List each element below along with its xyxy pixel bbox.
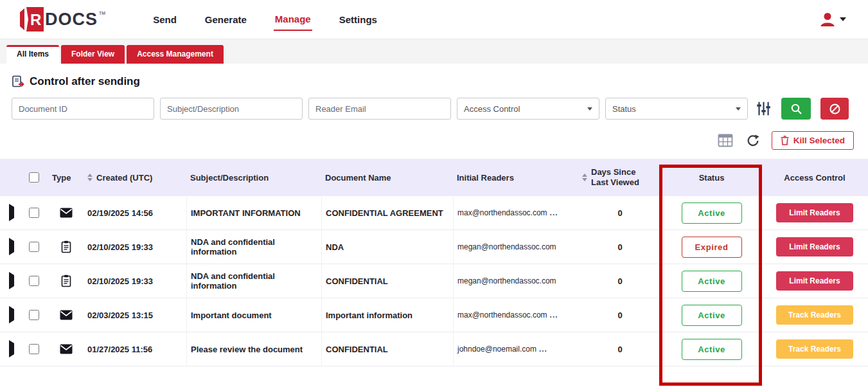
days-cell: 0 (578, 308, 662, 323)
top-bar: R DOCS TM Send Generate Manage Settings (0, 0, 868, 39)
subject-cell: Please review the document (186, 332, 321, 366)
export-grid-button[interactable] (716, 132, 734, 148)
select-all-checkbox[interactable] (29, 172, 39, 183)
days-cell: 0 (578, 206, 662, 221)
col-document: Document Name (321, 170, 453, 185)
created-cell: 02/10/2025 19:33 (84, 240, 186, 255)
search-button[interactable] (781, 98, 811, 120)
logo-text: DOCS (45, 7, 98, 32)
subject-cell: Important document (186, 298, 321, 332)
expand-row-icon[interactable] (9, 340, 14, 357)
view-tabs: All Items Folder View Access Management (0, 39, 868, 64)
subject-cell: IMPORTANT INFORMATION (186, 196, 321, 230)
expand-row-icon[interactable] (9, 272, 14, 289)
type-cell (48, 272, 84, 290)
type-cell (48, 307, 84, 323)
readers-cell: max@northendassoc.com ... (453, 196, 578, 230)
access-control-button[interactable]: Limit Readers (776, 237, 853, 256)
clear-filters-button[interactable] (820, 98, 849, 120)
main-nav: Send Generate Manage Settings (152, 8, 378, 31)
cancel-icon (829, 103, 841, 115)
status-select-value: Status (612, 104, 636, 114)
access-control-button[interactable]: Track Readers (776, 339, 853, 359)
table-row: 02/10/2025 19:33 NDA and confidential in… (0, 230, 868, 264)
page-title: Control after sending (30, 75, 140, 88)
table-actions: Kill Selected (0, 131, 854, 150)
status-button[interactable]: Active (682, 203, 742, 224)
status-button[interactable]: Expired (682, 237, 742, 258)
sort-icon[interactable] (87, 174, 93, 181)
created-cell: 02/10/2025 19:33 (84, 274, 186, 289)
email-icon (60, 208, 73, 218)
document-name-cell: CONFIDENTIAL (321, 332, 453, 366)
nav-manage[interactable]: Manage (274, 8, 312, 31)
more-readers-link[interactable]: ... (539, 345, 547, 354)
access-control-button[interactable]: Track Readers (776, 305, 853, 325)
more-readers-link[interactable]: ... (550, 310, 558, 320)
refresh-button[interactable] (745, 132, 761, 149)
table-row: 02/19/2025 14:56 IMPORTANT INFORMATION C… (0, 196, 868, 230)
reader-email-input[interactable] (308, 98, 451, 120)
kill-selected-button[interactable]: Kill Selected (772, 131, 854, 150)
tab-access-management[interactable]: Access Management (127, 45, 224, 64)
nav-generate[interactable]: Generate (204, 9, 248, 30)
table-row: 02/10/2025 19:33 NDA and confidential in… (0, 264, 868, 298)
created-cell: 02/19/2025 14:56 (84, 206, 186, 221)
access-control-select[interactable]: Access Control (457, 98, 599, 120)
readers-cell: megan@northendassoc.com (453, 264, 578, 298)
row-checkbox[interactable] (29, 276, 39, 286)
sort-icon[interactable] (582, 174, 587, 181)
subject-input[interactable] (160, 98, 303, 120)
app-logo[interactable]: R DOCS TM (19, 7, 105, 32)
expand-row-icon[interactable] (9, 204, 14, 221)
expand-row-icon[interactable] (9, 238, 14, 255)
col-days: Days Since Last Viewed (578, 165, 662, 191)
document-id-input[interactable] (12, 98, 154, 120)
tab-all-items[interactable]: All Items (6, 45, 59, 64)
document-send-icon (12, 75, 24, 88)
more-readers-link[interactable]: ... (550, 208, 558, 217)
nav-send[interactable]: Send (152, 9, 178, 30)
status-select[interactable]: Status (605, 98, 748, 120)
document-icon (61, 274, 71, 287)
days-cell: 0 (578, 240, 662, 255)
filter-settings-button[interactable] (754, 99, 773, 118)
col-access: Access Control (761, 170, 868, 185)
refresh-icon (746, 134, 760, 148)
kill-selected-label: Kill Selected (793, 136, 845, 145)
documents-table: Type Created (UTC) Subject/Description D… (0, 159, 868, 366)
col-status: Status (662, 170, 761, 185)
access-control-button[interactable]: Limit Readers (776, 271, 853, 291)
subject-cell: NDA and confidential information (186, 230, 321, 264)
row-checkbox[interactable] (29, 344, 39, 354)
expander-column-header (0, 175, 19, 180)
expand-row-icon[interactable] (9, 306, 14, 323)
tab-folder-view[interactable]: Folder View (61, 45, 125, 64)
trash-icon (781, 136, 789, 145)
row-checkbox[interactable] (29, 242, 39, 252)
logo-tm: TM (99, 11, 105, 15)
col-type: Type (48, 170, 84, 185)
user-avatar-icon (819, 10, 837, 28)
chevron-down-icon (587, 107, 592, 111)
col-readers: Initial Readers (453, 170, 578, 185)
document-icon (61, 240, 71, 253)
document-name-cell: Important information (321, 298, 453, 332)
row-checkbox[interactable] (29, 310, 39, 320)
status-button[interactable]: Active (682, 339, 742, 360)
table-row: 02/03/2025 13:15 Important document Impo… (0, 298, 868, 332)
nav-settings[interactable]: Settings (338, 9, 378, 30)
row-checkbox[interactable] (29, 208, 39, 218)
table-row: 01/27/2025 11:56 Please review the docum… (0, 332, 868, 366)
email-icon (60, 344, 73, 354)
status-button[interactable]: Active (682, 271, 742, 292)
col-created: Created (UTC) (84, 170, 186, 185)
document-name-cell: CONFIDENTIAL AGREEMENT (321, 196, 453, 230)
readers-cell: max@northendassoc.com ... (453, 298, 578, 332)
account-menu[interactable] (819, 10, 846, 28)
access-control-button[interactable]: Limit Readers (776, 203, 853, 222)
document-name-cell: NDA (321, 230, 453, 264)
status-button[interactable]: Active (682, 305, 742, 326)
days-cell: 0 (578, 342, 662, 357)
table-header-row: Type Created (UTC) Subject/Description D… (0, 159, 868, 196)
